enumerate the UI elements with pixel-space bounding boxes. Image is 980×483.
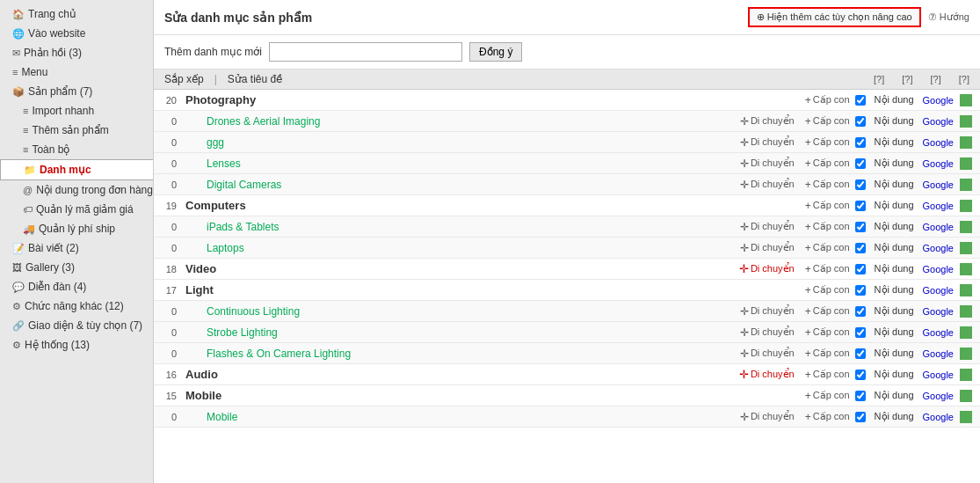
- child-cap-con-btn[interactable]: + Cấp con: [805, 411, 850, 423]
- sidebar-item-bai-viet[interactable]: 📝Bài viết (2): [0, 238, 153, 258]
- sidebar-item-he-thong[interactable]: ⚙Hệ thống (13): [0, 335, 153, 355]
- child-checkbox[interactable]: [855, 243, 866, 253]
- image-icon[interactable]: [960, 263, 972, 275]
- child-cap-con-btn[interactable]: + Cấp con: [805, 305, 850, 318]
- sidebar-item-giao-dien[interactable]: 🔗Giao diện & tùy chọn (7): [0, 316, 153, 335]
- child-category-link[interactable]: iPads & Tablets: [207, 221, 279, 233]
- sidebar-item-vao-website[interactable]: 🌐Vào website: [0, 24, 153, 43]
- child-checkbox[interactable]: [855, 179, 866, 190]
- sidebar-item-quan-ly-phi-ship[interactable]: 🚚Quản lý phí ship: [0, 219, 153, 238]
- child-image-icon[interactable]: [960, 157, 972, 170]
- child-google-label[interactable]: Google: [923, 179, 954, 190]
- image-icon[interactable]: [960, 94, 972, 106]
- child-checkbox[interactable]: [855, 158, 866, 169]
- child-google-label[interactable]: Google: [923, 306, 954, 317]
- child-move-btn[interactable]: ✛ Di chuyển: [740, 221, 795, 233]
- btn-advanced-options[interactable]: ⊕ Hiện thêm các tùy chọn nâng cao: [748, 7, 921, 27]
- sidebar-item-toan-bo[interactable]: ≡Toàn bộ: [0, 140, 153, 159]
- child-google-label[interactable]: Google: [923, 412, 954, 422]
- child-move-btn[interactable]: ✛ Di chuyển: [740, 348, 795, 360]
- child-move-btn[interactable]: ✛ Di chuyển: [740, 179, 795, 191]
- child-image-icon[interactable]: [960, 348, 972, 360]
- google-label[interactable]: Google: [923, 201, 954, 211]
- sidebar-item-gallery[interactable]: 🖼Gallery (3): [0, 258, 153, 277]
- child-checkbox[interactable]: [855, 116, 866, 127]
- child-category-link[interactable]: Drones & Aerial Imaging: [207, 115, 320, 128]
- child-move-btn[interactable]: ✛ Di chuyển: [740, 157, 795, 170]
- child-checkbox[interactable]: [855, 412, 866, 422]
- child-google-label[interactable]: Google: [923, 243, 954, 253]
- sidebar-item-trang-chu[interactable]: 🏠Trang chủ: [0, 4, 153, 24]
- child-cap-con-btn[interactable]: + Cấp con: [805, 136, 850, 149]
- sidebar-item-chuc-nang-khac[interactable]: ⚙Chức năng khác (12): [0, 296, 153, 316]
- child-image-icon[interactable]: [960, 411, 972, 423]
- google-label[interactable]: Google: [923, 264, 954, 274]
- cap-con-btn[interactable]: + Cấp con: [805, 369, 850, 381]
- google-label[interactable]: Google: [923, 95, 954, 106]
- child-checkbox[interactable]: [855, 222, 866, 232]
- cap-con-btn[interactable]: + Cấp con: [805, 94, 850, 106]
- sidebar-item-noi-dung-don-hang[interactable]: @Nội dung trong đơn hàng: [0, 180, 153, 200]
- child-move-btn[interactable]: ✛ Di chuyển: [740, 305, 795, 318]
- cap-con-btn[interactable]: + Cấp con: [805, 263, 850, 275]
- child-image-icon[interactable]: [960, 305, 972, 318]
- sidebar-item-menu[interactable]: ≡Menu: [0, 62, 153, 82]
- child-checkbox[interactable]: [855, 137, 866, 148]
- child-move-btn[interactable]: ✛ Di chuyển: [740, 136, 795, 149]
- child-google-label[interactable]: Google: [923, 158, 954, 169]
- image-icon[interactable]: [960, 369, 972, 381]
- child-image-icon[interactable]: [960, 136, 972, 149]
- row-checkbox[interactable]: [855, 391, 866, 401]
- child-category-link[interactable]: ggg: [207, 136, 224, 149]
- row-checkbox[interactable]: [855, 201, 866, 211]
- child-move-btn[interactable]: ✛ Di chuyển: [740, 326, 795, 339]
- child-move-btn[interactable]: ✛ Di chuyển: [740, 411, 795, 423]
- move-btn[interactable]: ✛ Di chuyển: [739, 262, 795, 275]
- confirm-button[interactable]: Đồng ý: [469, 42, 522, 62]
- child-category-link[interactable]: Lenses: [207, 157, 241, 170]
- google-label[interactable]: Google: [923, 370, 954, 380]
- child-category-link[interactable]: Digital Cameras: [207, 179, 281, 191]
- sidebar-item-danh-muc[interactable]: 📁Danh mục: [0, 159, 153, 180]
- sidebar-item-import-nhanh[interactable]: ≡Import nhanh: [0, 101, 153, 121]
- child-google-label[interactable]: Google: [923, 222, 954, 232]
- google-label[interactable]: Google: [923, 391, 954, 401]
- sidebar-item-phan-hoi[interactable]: ✉Phản hồi (3): [0, 43, 153, 62]
- child-cap-con-btn[interactable]: + Cấp con: [805, 179, 850, 191]
- google-label[interactable]: Google: [923, 285, 954, 296]
- child-category-link[interactable]: Mobile: [207, 411, 237, 423]
- image-icon[interactable]: [960, 390, 972, 402]
- child-google-label[interactable]: Google: [923, 327, 954, 338]
- sidebar-item-san-pham[interactable]: 📦Sản phẩm (7): [0, 82, 153, 101]
- child-image-icon[interactable]: [960, 179, 972, 191]
- child-category-link[interactable]: Flashes & On Camera Lighting: [207, 348, 351, 360]
- child-category-link[interactable]: Continuous Lighting: [207, 305, 300, 318]
- row-checkbox[interactable]: [855, 370, 866, 380]
- cap-con-btn[interactable]: + Cấp con: [805, 390, 850, 402]
- add-category-input[interactable]: [269, 42, 462, 62]
- child-image-icon[interactable]: [960, 221, 972, 233]
- child-cap-con-btn[interactable]: + Cấp con: [805, 157, 850, 170]
- child-image-icon[interactable]: [960, 326, 972, 339]
- btn-help[interactable]: ⑦ Hướng: [928, 11, 969, 23]
- child-image-icon[interactable]: [960, 115, 972, 128]
- child-cap-con-btn[interactable]: + Cấp con: [805, 242, 850, 254]
- child-cap-con-btn[interactable]: + Cấp con: [805, 221, 850, 233]
- image-icon[interactable]: [960, 200, 972, 212]
- child-checkbox[interactable]: [855, 306, 866, 317]
- child-google-label[interactable]: Google: [923, 116, 954, 127]
- sidebar-item-dien-dan[interactable]: 💬Diễn đàn (4): [0, 277, 153, 296]
- child-move-btn[interactable]: ✛ Di chuyển: [740, 242, 795, 254]
- child-category-link[interactable]: Strobe Lighting: [207, 326, 278, 339]
- child-checkbox[interactable]: [855, 348, 866, 359]
- child-category-link[interactable]: Laptops: [207, 242, 244, 254]
- move-btn[interactable]: ✛ Di chuyển: [739, 368, 795, 381]
- row-checkbox[interactable]: [855, 285, 866, 296]
- child-cap-con-btn[interactable]: + Cấp con: [805, 115, 850, 128]
- sidebar-item-quan-ly-ma-giam-gia[interactable]: 🏷Quản lý mã giảm giá: [0, 200, 153, 219]
- child-cap-con-btn[interactable]: + Cấp con: [805, 348, 850, 360]
- child-cap-con-btn[interactable]: + Cấp con: [805, 326, 850, 339]
- child-google-label[interactable]: Google: [923, 348, 954, 359]
- child-checkbox[interactable]: [855, 327, 866, 338]
- child-image-icon[interactable]: [960, 242, 972, 254]
